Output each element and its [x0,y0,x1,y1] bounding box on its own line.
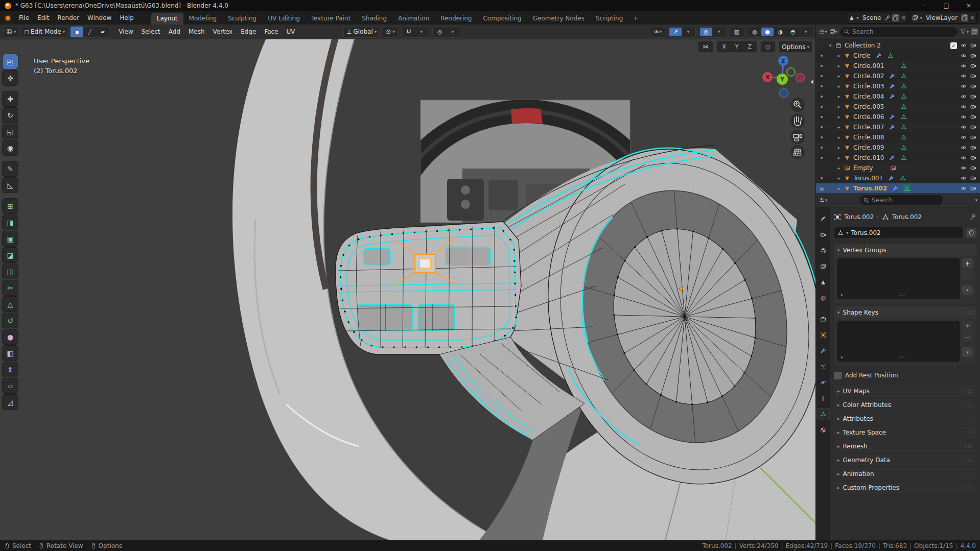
tool-shrink-fatten[interactable]: ⇕ [3,362,18,377]
outliner-row-circle-003[interactable]: ▸Circle.003 [816,81,980,91]
outliner-row-circle-010[interactable]: ▸Circle.010 [816,153,980,163]
viewlayer-selector[interactable]: ▾ ViewLayer × [910,13,977,23]
viewport-menu-uv[interactable]: UV [283,28,299,35]
tool-add-cube[interactable]: ⊞ [3,199,18,213]
workspace-tab-scripting[interactable]: Scripting [590,13,628,25]
viewport-menu-mesh[interactable]: Mesh [184,28,209,35]
show-gizmo-button[interactable]: ↗ [669,28,682,36]
tool-spin[interactable]: ↺ [3,313,18,328]
disable-render-icon[interactable] [970,145,976,151]
tool-extrude-region[interactable]: ◨ [3,215,18,230]
snap-toggle-button[interactable] [403,28,415,36]
expand-chevron[interactable]: ▸ [835,186,843,191]
snap-settings-dropdown[interactable]: ▾ [415,28,428,36]
new-scene-button[interactable] [892,14,899,21]
workspace-tab-geometry-nodes[interactable]: Geometry Nodes [527,13,590,25]
properties-tab-constraints[interactable] [816,393,829,404]
edge-select-mode-button[interactable]: ╱ [83,27,96,37]
disable-render-icon[interactable] [970,63,976,69]
proportional-editing-button[interactable]: ◎ [434,28,446,36]
tool-annotate[interactable]: ✎ [3,161,18,176]
new-collection-button[interactable] [971,28,978,35]
hide-viewport-icon[interactable] [961,165,967,171]
tool-select-box[interactable]: ◰ [3,54,18,69]
hide-viewport-icon[interactable] [961,134,967,140]
workspace-tab-compositing[interactable]: Compositing [477,13,527,25]
pivot-point-dropdown[interactable]: ⊙▾ [383,26,398,38]
hide-viewport-icon[interactable] [961,93,967,100]
remove-shape-key-button[interactable]: − [962,332,973,342]
properties-tab-scene[interactable] [816,277,829,288]
tool-move[interactable]: ✚ [3,91,18,106]
add-shape-key-button[interactable]: + [962,321,973,330]
add-vertex-group-button[interactable]: + [962,258,973,268]
expand-chevron[interactable]: ▸ [835,176,843,181]
shape-keys-list[interactable]: ▸∷∷ [837,321,960,362]
tool-knife[interactable]: ✂ [3,280,18,295]
expand-chevron[interactable]: ▸ [835,84,843,89]
disable-render-icon[interactable] [970,134,976,140]
tool-rip-region[interactable]: ◿ [3,395,18,410]
disable-render-icon[interactable] [970,124,976,130]
face-select-mode-button[interactable]: ▰ [96,27,109,37]
solid-shading-button[interactable]: ● [761,28,774,36]
delete-scene-button[interactable]: × [901,14,906,21]
orthographic-toggle-button[interactable] [790,145,805,159]
disable-render-icon[interactable] [970,155,976,161]
outliner-row-circle-008[interactable]: ▸Circle.008 [816,132,980,142]
hide-viewport-icon[interactable] [961,53,967,59]
workspace-tab-shading[interactable]: Shading [356,13,392,25]
hide-viewport-icon[interactable] [961,42,967,49]
hide-viewport-icon[interactable] [961,73,967,79]
collection-checkbox[interactable]: ✓ [950,42,957,49]
outliner-row-circle-002[interactable]: ▸Circle.002 [816,71,980,81]
properties-tab-collection[interactable] [816,314,829,325]
proportional-falloff-dropdown[interactable]: ▾ [447,28,459,36]
menu-help[interactable]: Help [115,11,137,25]
collection-expand-chevron[interactable]: ▾ [827,43,834,48]
hide-viewport-icon[interactable] [961,104,967,110]
outliner-row-circle[interactable]: ▸Circle [816,51,980,61]
expand-chevron[interactable]: ▸ [835,145,843,150]
tool-edge-slide[interactable]: ◧ [3,346,18,361]
properties-tab-material[interactable] [816,424,829,436]
disable-render-icon[interactable] [970,114,976,120]
expand-chevron[interactable]: ▸ [835,63,843,68]
close-button[interactable]: × [958,0,980,11]
panel-header-attributes[interactable]: ▸Attributes∷∷ [834,413,976,425]
hide-viewport-icon[interactable] [961,83,967,89]
properties-tab-tool[interactable] [816,213,829,225]
outliner-row-torus-001[interactable]: ▸Torus.001 [816,173,980,183]
outliner-row-circle-004[interactable]: ▸Circle.004 [816,91,980,102]
menu-render[interactable]: Render [53,11,83,25]
add-rest-position-checkbox[interactable] [834,372,842,379]
workspace-tab-uv-editing[interactable]: UV Editing [262,13,306,25]
outliner-row-circle-006[interactable]: ▸Circle.006 [816,112,980,122]
viewport-menu-face[interactable]: Face [260,28,282,35]
outliner-viewlayer-dropdown[interactable]: ▾ [829,29,838,35]
scene-selector[interactable]: ▾ Scene × [847,13,908,23]
rendered-shading-button[interactable]: ◓ [787,28,799,36]
hide-viewport-icon[interactable] [961,185,967,191]
menu-window[interactable]: Window [83,11,115,25]
properties-tab-view-layer[interactable] [816,261,829,272]
vertex-select-mode-button[interactable]: ▪ [71,27,83,37]
tool-loop-cut[interactable]: ◫ [3,264,18,279]
remove-vertex-group-button[interactable]: − [962,270,973,279]
expand-chevron[interactable]: ▸ [835,135,843,140]
tool-smooth[interactable]: ● [3,329,18,344]
new-viewlayer-button[interactable] [961,14,968,21]
snap-falloff-button[interactable]: ○ [762,42,774,51]
expand-chevron[interactable]: ▸ [835,125,843,130]
tool-cursor[interactable]: ✜ [3,70,18,85]
properties-options-dropdown[interactable]: ▾ [975,198,977,203]
tool-shear[interactable]: ▱ [3,378,18,393]
fake-user-shield-button[interactable] [966,228,976,238]
viewport-menu-vertex[interactable]: Vertex [209,28,237,35]
tool-bevel[interactable]: ◪ [3,248,18,262]
overlays-dropdown[interactable]: ▾ [713,28,725,36]
expand-chevron[interactable]: ▸ [835,104,843,109]
blender-menu-icon[interactable] [4,14,12,22]
disable-render-icon[interactable] [970,73,976,79]
panel-header-texture-space[interactable]: ▸Texture Space∷∷ [834,426,976,439]
